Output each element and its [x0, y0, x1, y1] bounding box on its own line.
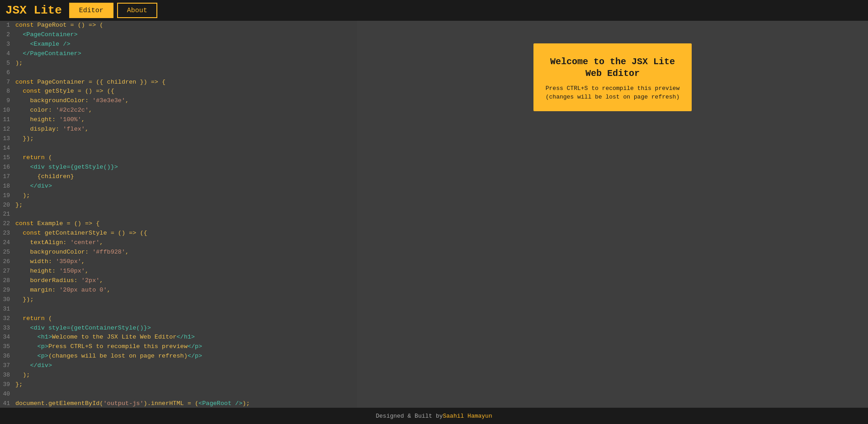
line-code[interactable]: display: 'flex', — [14, 125, 357, 134]
table-row: 28 borderRadius: '2px', — [0, 276, 357, 286]
line-code[interactable]: <div style={getStyle()}> — [14, 163, 357, 172]
line-number: 12 — [0, 125, 14, 134]
line-code[interactable]: backgroundColor: '#ffb928', — [14, 248, 357, 257]
line-code[interactable] — [14, 68, 357, 78]
table-row: 39}; — [0, 380, 357, 390]
line-number: 31 — [0, 305, 14, 314]
line-number: 22 — [0, 219, 14, 229]
line-code[interactable]: borderRadius: '2px', — [14, 276, 357, 286]
line-code[interactable]: const PageContainer = ({ children }) => … — [14, 78, 357, 87]
line-number: 18 — [0, 182, 14, 191]
line-number: 29 — [0, 286, 14, 295]
line-code[interactable]: const Example = () => { — [14, 219, 357, 229]
table-row: 33 <div style={getContainerStyle()}> — [0, 324, 357, 333]
line-code[interactable] — [14, 144, 357, 153]
table-row: 11 height: '100%', — [0, 115, 357, 125]
line-number: 20 — [0, 201, 14, 210]
line-number: 24 — [0, 238, 14, 248]
line-code[interactable]: width: '350px', — [14, 257, 357, 267]
line-number: 13 — [0, 134, 14, 144]
line-code[interactable]: const PageRoot = () => ( — [14, 21, 357, 30]
line-code[interactable]: color: '#2c2c2c', — [14, 106, 357, 115]
line-number: 8 — [0, 87, 14, 96]
line-code[interactable]: }; — [14, 380, 357, 390]
line-code[interactable]: ); — [14, 371, 357, 380]
line-code[interactable]: }; — [14, 201, 357, 210]
line-number: 19 — [0, 191, 14, 201]
line-number: 41 — [0, 399, 14, 408]
line-number: 39 — [0, 380, 14, 390]
line-code[interactable]: ); — [14, 191, 357, 201]
line-number: 30 — [0, 295, 14, 305]
line-number: 26 — [0, 257, 14, 267]
table-row: 9 backgroundColor: '#3e3e3e', — [0, 96, 357, 106]
line-code[interactable]: <PageContainer> — [14, 30, 357, 40]
table-row: 26 width: '350px', — [0, 257, 357, 267]
table-row: 37 </div> — [0, 361, 357, 371]
table-row: 7const PageContainer = ({ children }) =>… — [0, 78, 357, 87]
line-number: 28 — [0, 276, 14, 286]
table-row: 27 height: '150px', — [0, 267, 357, 276]
line-code[interactable]: <p>Press CTRL+S to recompile this previe… — [14, 342, 357, 352]
table-row: 17 {children} — [0, 172, 357, 182]
line-code[interactable]: margin: '20px auto 0', — [14, 286, 357, 295]
line-code[interactable]: return ( — [14, 314, 357, 324]
header: JSX Lite Editor About — [0, 0, 868, 21]
table-row: 25 backgroundColor: '#ffb928', — [0, 248, 357, 257]
line-code[interactable] — [14, 305, 357, 314]
line-code[interactable]: height: '100%', — [14, 115, 357, 125]
line-number: 21 — [0, 210, 14, 219]
table-row: 34 <h1>Welcome to the JSX Lite Web Edito… — [0, 333, 357, 342]
line-number: 5 — [0, 59, 14, 68]
table-row: 38 ); — [0, 371, 357, 380]
line-code[interactable]: document.getElementById('output-js').inn… — [14, 399, 357, 408]
nav-editor-button[interactable]: Editor — [69, 3, 113, 18]
line-number: 34 — [0, 333, 14, 342]
line-number: 9 — [0, 96, 14, 106]
line-number: 11 — [0, 115, 14, 125]
footer-link[interactable]: Saahil Hamayun — [443, 413, 492, 419]
preview-heading: Welcome to the JSX Lite Web Editor — [541, 56, 684, 80]
line-code[interactable] — [14, 390, 357, 399]
line-code[interactable]: height: '150px', — [14, 267, 357, 276]
line-code[interactable]: <Example /> — [14, 40, 357, 49]
line-number: 23 — [0, 229, 14, 238]
nav-about-button[interactable]: About — [117, 3, 157, 18]
table-row: 5); — [0, 59, 357, 68]
line-number: 4 — [0, 49, 14, 59]
preview-line1: Press CTRL+S to recompile this preview — [546, 85, 679, 92]
line-number: 37 — [0, 361, 14, 371]
line-code[interactable]: </PageContainer> — [14, 49, 357, 59]
line-number: 1 — [0, 21, 14, 30]
table-row: 15 return ( — [0, 153, 357, 163]
line-code[interactable]: }); — [14, 134, 357, 144]
line-code[interactable]: const getStyle = () => ({ — [14, 87, 357, 96]
table-row: 30 }); — [0, 295, 357, 305]
line-code[interactable]: </div> — [14, 182, 357, 191]
code-area[interactable]: 1const PageRoot = () => (2 <PageContaine… — [0, 21, 357, 408]
line-code[interactable]: {children} — [14, 172, 357, 182]
line-code[interactable]: <h1>Welcome to the JSX Lite Web Editor</… — [14, 333, 357, 342]
line-code[interactable]: </div> — [14, 361, 357, 371]
line-number: 6 — [0, 68, 14, 78]
line-code[interactable]: return ( — [14, 153, 357, 163]
line-code[interactable]: ); — [14, 59, 357, 68]
table-row: 24 textAlign: 'center', — [0, 238, 357, 248]
table-row: 4 </PageContainer> — [0, 49, 357, 59]
main-content: 1const PageRoot = () => (2 <PageContaine… — [0, 21, 868, 408]
line-code[interactable]: <p>(changes will be lost on page refresh… — [14, 352, 357, 361]
line-code[interactable] — [14, 210, 357, 219]
line-code[interactable]: <div style={getContainerStyle()}> — [14, 324, 357, 333]
line-code[interactable]: const getContainerStyle = () => ({ — [14, 229, 357, 238]
line-number: 15 — [0, 153, 14, 163]
line-code[interactable]: textAlign: 'center', — [14, 238, 357, 248]
line-number: 14 — [0, 144, 14, 153]
table-row: 20}; — [0, 201, 357, 210]
line-code[interactable]: }); — [14, 295, 357, 305]
line-number: 7 — [0, 78, 14, 87]
line-code[interactable]: backgroundColor: '#3e3e3e', — [14, 96, 357, 106]
preview-panel: Welcome to the JSX Lite Web Editor Press… — [357, 21, 868, 408]
table-row: 29 margin: '20px auto 0', — [0, 286, 357, 295]
line-number: 38 — [0, 371, 14, 380]
line-number: 32 — [0, 314, 14, 324]
